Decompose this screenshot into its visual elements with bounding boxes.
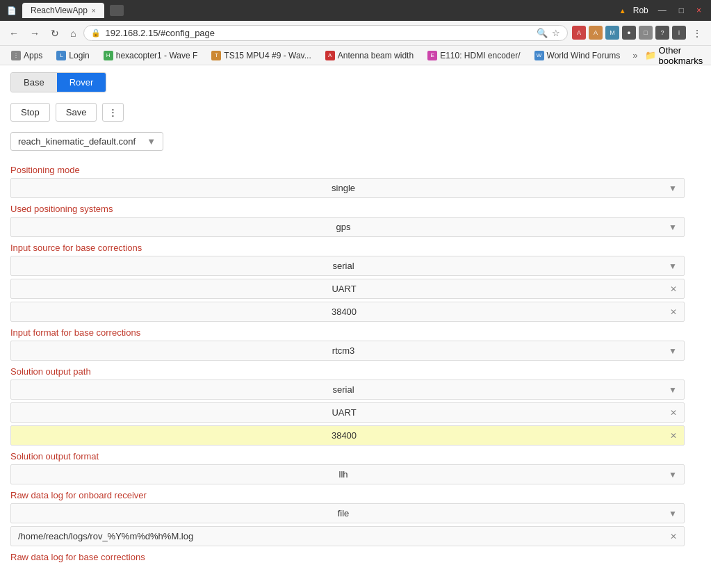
solution-output-path-value: serial [18, 384, 669, 395]
url-text: 192.168.2.15/#config_page [105, 28, 532, 38]
close-button[interactable]: × [694, 4, 704, 17]
positioning-mode-dropdown[interactable]: single ▼ [10, 178, 685, 198]
e110-icon: E [427, 51, 437, 60]
bookmark-ts15[interactable]: T TS15 MPU4 #9 - Wav... [206, 49, 316, 62]
config-selector: reach_kinematic_default.conf ▼ [10, 132, 685, 151]
raw-log-onboard-dropdown[interactable]: file ▼ [10, 503, 685, 523]
positioning-mode-chevron: ▼ [669, 183, 677, 193]
positioning-systems-dropdown[interactable]: gps ▼ [10, 217, 685, 237]
solution-output-format-dropdown[interactable]: llh ▼ [10, 464, 685, 484]
solution-output-baud-clear[interactable]: ✕ [670, 431, 677, 441]
section-raw-log-base: Raw data log for base corrections [10, 552, 685, 562]
bookmark-worldwind[interactable]: W World Wind Forums [529, 49, 626, 62]
section-positioning-mode: Positioning mode single ▼ [10, 165, 685, 198]
page-content: Base Rover Stop Save ⋮ reach_kinematic_d… [0, 65, 711, 588]
nav-bar: ← → ↻ ⌂ 🔒 192.168.2.15/#config_page 🔍 ☆ … [0, 21, 711, 46]
bookmark-worldwind-label: World Wind Forums [547, 51, 621, 60]
search-icon[interactable]: 🔍 [537, 28, 548, 38]
more-button[interactable]: ⋮ [689, 26, 705, 41]
user-label: Rob [633, 6, 648, 15]
title-bar: 📄 ReachViewApp × ▲ Rob — □ × [0, 0, 711, 21]
bookmarks-bar: ⋮ Apps L Login H hexacopter1 - Wave F T … [0, 46, 711, 65]
ext-icon-3: □ [639, 26, 653, 40]
page-icon: 📄 [7, 6, 17, 15]
maximize-button[interactable]: □ [676, 4, 687, 17]
section-raw-log-onboard: Raw data log for onboard receiver file ▼… [10, 490, 685, 546]
raw-log-onboard-path-clear[interactable]: ✕ [670, 532, 677, 541]
ts15-icon: T [211, 51, 221, 60]
input-source-dropdown[interactable]: serial ▼ [10, 256, 685, 276]
input-source-baud-value: 38400 [18, 307, 670, 317]
input-format-label: Input format for base corrections [10, 327, 685, 338]
antenna-icon: A [325, 51, 335, 60]
bookmark-login[interactable]: L Login [51, 49, 95, 62]
tab-rover[interactable]: Rover [57, 73, 106, 92]
abp-icon: A [589, 26, 603, 40]
section-input-source: Input source for base corrections serial… [10, 243, 685, 322]
positioning-systems-chevron: ▼ [669, 222, 677, 232]
address-icons: 🔍 ☆ [537, 28, 560, 38]
other-bookmarks[interactable]: 📁 Other bookmarks [645, 46, 705, 65]
solution-output-baud-value: 38400 [18, 430, 670, 441]
solution-output-uart-clear[interactable]: ✕ [670, 408, 677, 418]
tab-group: Base Rover [10, 72, 106, 92]
ext-icon-1: M [605, 26, 619, 40]
ext-icon-2: ● [622, 26, 636, 40]
section-positioning-systems: Used positioning systems gps ▼ [10, 204, 685, 237]
apps-icon: ⋮ [11, 51, 21, 60]
browser-tab[interactable]: ReachViewApp × [22, 3, 104, 18]
nav-extra-icons: A A M ● □ ? i ⋮ [572, 26, 705, 41]
input-source-uart-value: UART [18, 284, 670, 294]
section-solution-output-format: Solution output format llh ▼ [10, 451, 685, 484]
forward-button[interactable]: → [26, 26, 43, 41]
bookmark-e110[interactable]: E E110: HDMI encoder/ [422, 49, 525, 62]
solution-output-format-label: Solution output format [10, 451, 685, 462]
bookmark-hexacopter[interactable]: H hexacopter1 - Wave F [98, 49, 204, 62]
input-format-dropdown[interactable]: rtcm3 ▼ [10, 341, 685, 361]
notification-icon: ▲ [619, 7, 626, 15]
hexacopter-icon: H [104, 51, 113, 60]
tab-close-icon[interactable]: × [92, 7, 96, 15]
input-source-baud-clear[interactable]: ✕ [670, 307, 677, 317]
action-bar: Stop Save ⋮ [10, 103, 685, 122]
login-icon: L [56, 51, 66, 60]
tab-base[interactable]: Base [11, 73, 57, 92]
bookmark-apps[interactable]: ⋮ Apps [6, 49, 48, 62]
input-format-chevron: ▼ [669, 346, 677, 356]
more-options-button[interactable]: ⋮ [102, 103, 124, 122]
input-source-label: Input source for base corrections [10, 243, 685, 253]
home-button[interactable]: ⌂ [67, 26, 79, 41]
bookmark-antenna[interactable]: A Antenna beam width [320, 49, 419, 62]
solution-output-uart-value: UART [18, 407, 670, 418]
raw-log-onboard-path-value: /home/reach/logs/rov_%Y%m%d%h%M.log [18, 531, 670, 541]
bookmark-hexacopter-label: hexacopter1 - Wave F [116, 51, 198, 60]
solution-output-baud[interactable]: 38400 ✕ [10, 425, 685, 446]
new-tab-button[interactable] [110, 5, 124, 16]
config-select-value: reach_kinematic_default.conf [18, 136, 136, 147]
back-button[interactable]: ← [6, 26, 22, 41]
config-select-dropdown[interactable]: reach_kinematic_default.conf ▼ [10, 132, 163, 151]
bookmark-star-icon[interactable]: ☆ [552, 28, 560, 38]
lock-icon: 🔒 [91, 28, 101, 38]
save-button[interactable]: Save [56, 103, 97, 122]
raw-log-onboard-path[interactable]: /home/reach/logs/rov_%Y%m%d%h%M.log ✕ [10, 526, 685, 546]
worldwind-icon: W [534, 51, 544, 60]
title-bar-left: 📄 ReachViewApp × [7, 3, 124, 18]
input-source-uart[interactable]: UART ✕ [10, 279, 685, 299]
solution-output-uart[interactable]: UART ✕ [10, 402, 685, 423]
input-source-uart-clear[interactable]: ✕ [670, 284, 677, 294]
solution-output-path-label: Solution output path [10, 366, 685, 377]
bookmarks-more-button[interactable]: » [628, 49, 641, 62]
bookmark-apps-label: Apps [24, 51, 42, 60]
inner-content: Base Rover Stop Save ⋮ reach_kinematic_d… [0, 65, 695, 572]
raw-log-onboard-label: Raw data log for onboard receiver [10, 490, 685, 500]
solution-output-path-dropdown[interactable]: serial ▼ [10, 379, 685, 400]
positioning-systems-value: gps [18, 222, 669, 232]
stop-button[interactable]: Stop [10, 103, 50, 122]
input-source-baud[interactable]: 38400 ✕ [10, 302, 685, 322]
address-bar[interactable]: 🔒 192.168.2.15/#config_page 🔍 ☆ [83, 25, 568, 41]
ext-icon-5: i [672, 26, 686, 40]
minimize-button[interactable]: — [655, 4, 669, 17]
refresh-button[interactable]: ↻ [47, 26, 63, 41]
raw-log-onboard-value: file [18, 508, 669, 518]
